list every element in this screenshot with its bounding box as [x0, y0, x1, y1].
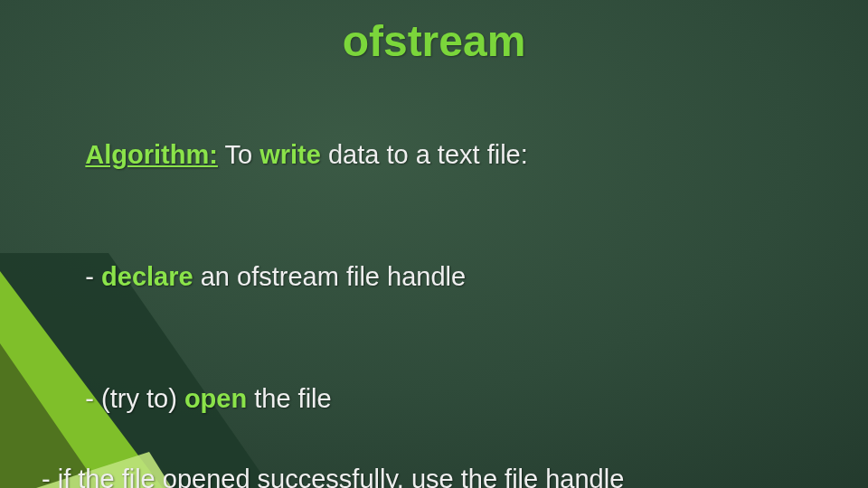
line-algorithm: Algorithm: To write data to a text file: [42, 94, 832, 216]
text: the file [247, 384, 332, 413]
slide-title: ofstream [0, 16, 868, 66]
text: To [218, 140, 259, 169]
text: - [85, 262, 101, 291]
text: an ofstream file handle [193, 262, 466, 291]
slide-body: Algorithm: To write data to a text file:… [42, 94, 832, 488]
kw-open: open [184, 384, 247, 413]
text: - (try to) [85, 384, 184, 413]
slide: ofstream Algorithm: To write data to a t… [0, 0, 868, 488]
text: data to a text file: [321, 140, 528, 169]
kw-write: write [259, 140, 321, 169]
label-algorithm: Algorithm: [85, 140, 218, 169]
line-declare: - declare an ofstream file handle [42, 216, 832, 338]
kw-declare: declare [101, 262, 193, 291]
line-open: - (try to) open the file [42, 338, 832, 460]
line-success-a: - if the file opened successfully, use t… [42, 459, 832, 488]
